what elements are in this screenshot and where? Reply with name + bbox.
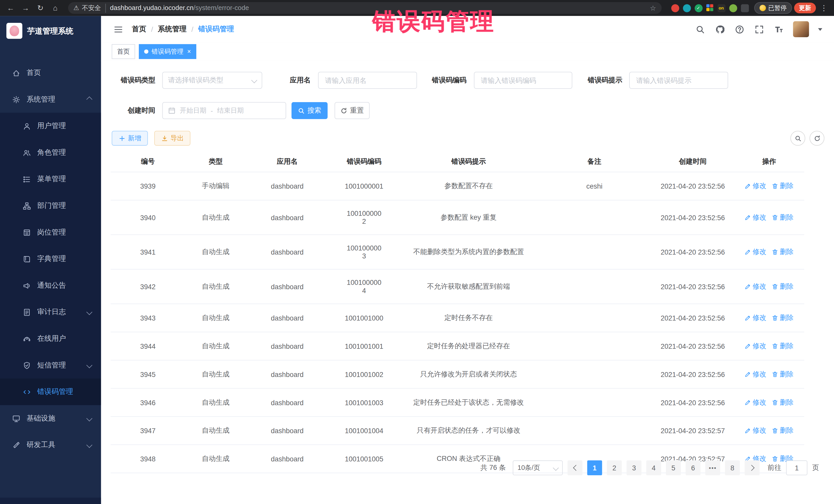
font-size-icon[interactable]: [773, 24, 784, 35]
extension-teal-icon[interactable]: [683, 4, 690, 12]
cell-app: dashboard: [246, 360, 328, 389]
sidebar-item-system[interactable]: 系统管理: [0, 86, 101, 113]
update-button[interactable]: 更新: [794, 3, 816, 13]
prev-page-button[interactable]: [568, 460, 583, 475]
bookmark-star-icon[interactable]: ☆: [650, 4, 656, 12]
add-button[interactable]: 新增: [112, 131, 148, 146]
edit-link[interactable]: 修改: [745, 341, 767, 351]
sidebar-item-user[interactable]: 用户管理: [0, 113, 101, 139]
reload-icon[interactable]: ↻: [34, 2, 47, 14]
breadcrumb-system[interactable]: 系统管理: [158, 24, 186, 34]
edit-link[interactable]: 修改: [745, 213, 767, 222]
sidebar-item-menu[interactable]: 菜单管理: [0, 166, 101, 193]
error-hint-input[interactable]: [629, 72, 728, 89]
edit-link[interactable]: 修改: [745, 247, 767, 257]
user-avatar[interactable]: [793, 21, 809, 37]
page-button-1[interactable]: 1: [587, 460, 602, 475]
edit-link[interactable]: 修改: [745, 181, 767, 191]
page-size-select[interactable]: 10条/页: [513, 460, 563, 475]
edit-link[interactable]: 修改: [745, 313, 767, 323]
delete-link[interactable]: 删除: [772, 313, 793, 323]
close-icon[interactable]: ×: [187, 48, 191, 55]
delete-link[interactable]: 删除: [772, 247, 793, 257]
edit-link[interactable]: 修改: [745, 398, 767, 407]
error-code-input[interactable]: [474, 72, 572, 89]
page-button-5[interactable]: 5: [666, 460, 681, 475]
search-button[interactable]: 搜索: [291, 102, 328, 119]
app-logo[interactable]: 芋道管理系统: [0, 16, 101, 46]
trash-icon: [772, 343, 778, 349]
export-button[interactable]: 导出: [154, 131, 191, 146]
edit-link[interactable]: 修改: [745, 426, 767, 435]
extension-on-icon[interactable]: on: [717, 4, 725, 12]
home-icon[interactable]: ⌂: [49, 2, 62, 14]
page-more-button[interactable]: •••: [705, 460, 720, 475]
extension-leaf-icon[interactable]: [729, 4, 737, 12]
refresh-table-button[interactable]: [810, 131, 825, 146]
sidebar-item-dict[interactable]: 字典管理: [0, 246, 101, 272]
page-button-8[interactable]: 8: [725, 460, 740, 475]
help-icon[interactable]: [734, 24, 744, 35]
forward-icon[interactable]: →: [19, 2, 32, 14]
extension-grid-icon[interactable]: [706, 4, 714, 12]
sidebar-item-dept[interactable]: 部门管理: [0, 193, 101, 219]
puzzle-icon[interactable]: [741, 4, 749, 12]
sidebar-item-notice[interactable]: 通知公告: [0, 272, 101, 299]
paused-badge[interactable]: 已暂停: [754, 2, 792, 14]
tab-error-code[interactable]: 错误码管理 ×: [139, 44, 196, 59]
delete-link[interactable]: 删除: [772, 426, 793, 435]
sidebar-item-error-code[interactable]: 错误码管理: [0, 378, 101, 405]
error-type-select[interactable]: 请选择错误码类型: [162, 72, 262, 89]
users-icon: [22, 148, 31, 157]
tab-home[interactable]: 首页: [112, 44, 135, 59]
sidebar-item-audit-log[interactable]: 审计日志: [0, 299, 101, 325]
table-row: 3947自动生成dashboard1001001004只有开启状态的任务，才可以…: [111, 416, 804, 445]
start-date-placeholder: 开始日期: [180, 106, 206, 115]
show-search-button[interactable]: [790, 131, 805, 146]
next-page-button[interactable]: [745, 460, 760, 475]
cell-remark: [537, 332, 652, 360]
search-icon[interactable]: [695, 24, 705, 35]
page-button-2[interactable]: 2: [607, 460, 622, 475]
address-bar[interactable]: ⚠ 不安全 dashboard.yudao.iocoder.cn/system/…: [68, 2, 661, 14]
goto-page-input[interactable]: [786, 460, 807, 475]
cell-time: 2021-04-20 23:52:56: [652, 304, 734, 332]
delete-link[interactable]: 删除: [772, 213, 793, 222]
delete-link[interactable]: 删除: [772, 282, 793, 291]
extension-red-icon[interactable]: [671, 4, 679, 12]
sidebar-item-sms[interactable]: 短信管理: [0, 352, 101, 378]
sidebar-item-infra[interactable]: 基础设施: [0, 405, 101, 432]
sidebar-item-devtools[interactable]: 研发工具: [0, 432, 101, 458]
delete-link[interactable]: 删除: [772, 341, 793, 351]
fullscreen-icon[interactable]: [754, 24, 764, 35]
cell-time: 2021-04-20 23:52:56: [652, 200, 734, 235]
edit-link[interactable]: 修改: [745, 282, 767, 291]
sidebar-item-role[interactable]: 角色管理: [0, 139, 101, 166]
extension-green-check-icon[interactable]: ✓: [695, 4, 702, 12]
sidebar-item-home[interactable]: 首页: [0, 60, 101, 86]
edit-link[interactable]: 修改: [745, 370, 767, 379]
sidebar-item-online-user[interactable]: 在线用户: [0, 325, 101, 352]
page-button-3[interactable]: 3: [627, 460, 641, 475]
page-button-6[interactable]: 6: [686, 460, 701, 475]
delete-link[interactable]: 删除: [772, 370, 793, 379]
sidebar-collapse-bar[interactable]: [0, 498, 101, 504]
page-button-4[interactable]: 4: [646, 460, 661, 475]
cell-hint: 定时任务的处理器已经存在: [400, 332, 537, 360]
security-label[interactable]: 不安全: [82, 3, 106, 12]
cell-type: 手动编辑: [185, 172, 246, 200]
sidebar-item-post[interactable]: 岗位管理: [0, 219, 101, 246]
sidebar: 芋道管理系统 首页系统管理用户管理角色管理菜单管理部门管理岗位管理字典管理通知公…: [0, 16, 101, 504]
breadcrumb-home[interactable]: 首页: [132, 24, 146, 34]
github-icon[interactable]: [715, 24, 725, 35]
date-range-picker[interactable]: 开始日期 - 结束日期: [162, 102, 286, 119]
delete-link[interactable]: 删除: [772, 398, 793, 407]
hamburger-icon[interactable]: [113, 24, 123, 35]
url-text[interactable]: dashboard.yudao.iocoder.cn/system/error-…: [110, 4, 249, 12]
back-icon[interactable]: ←: [4, 2, 17, 14]
browser-menu-icon[interactable]: ⋮: [818, 4, 830, 12]
app-name-input[interactable]: [318, 72, 417, 89]
chevron-down-icon[interactable]: [818, 28, 822, 30]
reset-button[interactable]: 重置: [335, 102, 370, 119]
delete-link[interactable]: 删除: [772, 181, 793, 191]
